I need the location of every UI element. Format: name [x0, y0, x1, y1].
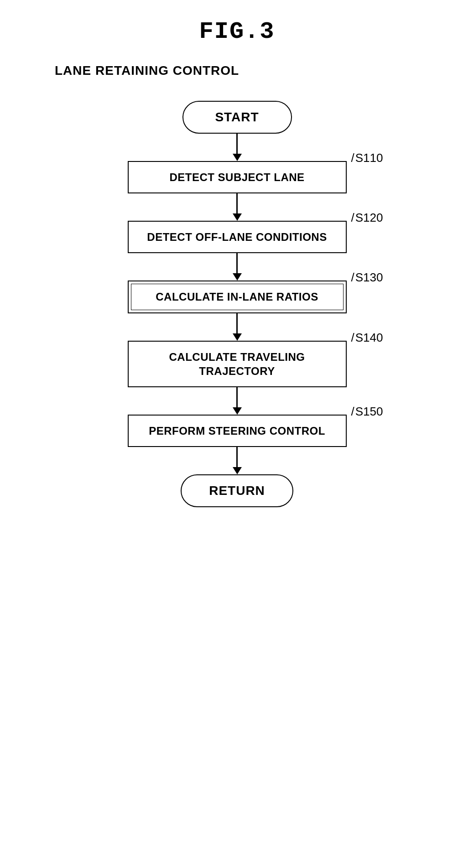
s110-box: DETECT SUBJECT LANE: [128, 161, 347, 193]
figure-title: FIG.3: [199, 18, 275, 45]
step-s130: S130 CALCULATE IN-LANE RATIOS: [128, 281, 347, 313]
s110-label: S110: [351, 151, 383, 165]
arrow-head: [233, 407, 242, 415]
s150-box: PERFORM STEERING CONTROL: [128, 415, 347, 447]
arrow-line: [236, 313, 238, 333]
s110-wrapper: S110 DETECT SUBJECT LANE: [128, 161, 347, 193]
arrow-s150-to-return: [233, 447, 242, 474]
arrow-s110-to-s120: [233, 193, 242, 221]
arrow-head: [233, 213, 242, 221]
s150-wrapper: S150 PERFORM STEERING CONTROL: [128, 415, 347, 447]
step-s140: S140 CALCULATE TRAVELING TRAJECTORY: [128, 341, 347, 387]
arrow-head: [233, 333, 242, 341]
arrow-line: [236, 447, 238, 467]
return-terminal-step: RETURN: [181, 474, 293, 507]
step-s110: S110 DETECT SUBJECT LANE: [128, 161, 347, 193]
step-s120: S120 DETECT OFF-LANE CONDITIONS: [128, 221, 347, 253]
arrow-head: [233, 154, 242, 161]
s150-label: S150: [351, 405, 383, 419]
s140-wrapper: S140 CALCULATE TRAVELING TRAJECTORY: [128, 341, 347, 387]
return-terminal: RETURN: [181, 474, 293, 507]
s120-wrapper: S120 DETECT OFF-LANE CONDITIONS: [128, 221, 347, 253]
arrow-s120-to-s130: [233, 253, 242, 281]
s130-wrapper: S130 CALCULATE IN-LANE RATIOS: [128, 281, 347, 313]
start-terminal: START: [182, 101, 292, 134]
s140-label: S140: [351, 331, 383, 345]
arrow-head: [233, 467, 242, 474]
arrow-head: [233, 273, 242, 281]
s130-box: CALCULATE IN-LANE RATIOS: [128, 281, 347, 313]
s140-box: CALCULATE TRAVELING TRAJECTORY: [128, 341, 347, 387]
section-title: LANE RETAINING CONTROL: [55, 63, 239, 78]
flowchart: START S110 DETECT SUBJECT LANE S120 DETE…: [0, 101, 474, 507]
arrow-line: [236, 134, 238, 154]
s120-label: S120: [351, 211, 383, 225]
arrow-start-to-s110: [233, 134, 242, 161]
arrow-line: [236, 387, 238, 407]
page-container: FIG.3 LANE RETAINING CONTROL START S110 …: [0, 18, 474, 507]
arrow-s140-to-s150: [233, 387, 242, 415]
arrow-line: [236, 253, 238, 273]
arrow-s130-to-s140: [233, 313, 242, 341]
s120-box: DETECT OFF-LANE CONDITIONS: [128, 221, 347, 253]
s130-label: S130: [351, 270, 383, 285]
step-s150: S150 PERFORM STEERING CONTROL: [128, 415, 347, 447]
start-terminal-step: START: [182, 101, 292, 134]
arrow-line: [236, 193, 238, 213]
